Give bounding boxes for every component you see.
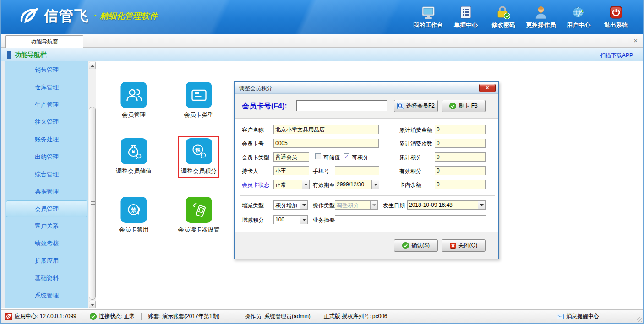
shortcut-label: 会员读卡器设置 [178, 226, 220, 234]
shortcut-card-type[interactable]: 会员卡类型 [182, 81, 216, 120]
total-points-input[interactable] [435, 152, 486, 162]
valid-until-dropdown[interactable]: 2999/12/30 [335, 180, 379, 189]
shortcut-adjust-stored-value[interactable]: ¥ 调整会员储值 [114, 137, 153, 177]
scroll-down-icon[interactable] [89, 301, 96, 308]
toolbar-change-password[interactable]: 修改密码 [485, 5, 522, 29]
op-type-label: 操作类型 [313, 202, 335, 210]
adjust-points-combo[interactable]: 100 [273, 215, 308, 224]
check-circle-icon [402, 242, 409, 249]
shortcut-label: 调整会员积分 [181, 167, 217, 175]
sidebar-item-extensions[interactable]: 扩展应用 [5, 252, 88, 270]
total-count-input[interactable] [435, 139, 486, 148]
pointable-checkbox[interactable]: ✓ [344, 153, 349, 159]
shortcut-member-management[interactable]: 会员管理 [119, 81, 149, 120]
toolbar-label: 用户中心 [567, 21, 590, 29]
status-separator [317, 313, 317, 320]
chevron-down-icon[interactable] [302, 180, 309, 189]
chevron-down-icon[interactable] [371, 180, 379, 189]
chevron-down-icon[interactable] [300, 216, 307, 224]
sidebar-item-accounting[interactable]: 账务处理 [5, 131, 88, 148]
sidebar-item-general[interactable]: 综合管理 [5, 166, 88, 183]
occur-date-dropdown[interactable]: 2018-10-09 16:48 [407, 200, 486, 210]
toolbar-label: 修改密码 [491, 21, 515, 29]
sidebar-item-contacts[interactable]: 往来管理 [5, 113, 88, 131]
customer-name-input[interactable] [273, 125, 379, 134]
card-type-label: 会员卡类型 [242, 154, 269, 162]
summary-input[interactable] [335, 215, 486, 224]
brand-logo: 信管飞 · 精细化管理软件 [18, 6, 158, 26]
dialog-title: 调整会员积分 [239, 85, 272, 92]
ban-glyph: 禁 [130, 206, 136, 213]
toolbar-document-center[interactable]: 单据中心 [447, 5, 485, 29]
toolbar-user-center[interactable]: 用户中心 [560, 5, 597, 29]
toolbar-label: 我的工作台 [414, 21, 443, 29]
license-text: 正式版 授权序列号: pc006 [324, 313, 387, 320]
brand-name: 信管飞 [44, 6, 89, 26]
balance-input[interactable] [435, 180, 486, 189]
occur-date-label: 发生日期 [383, 202, 405, 210]
dropdown-value: 2999/12/30 [335, 180, 371, 189]
confirm-button[interactable]: 确认(S) [394, 239, 438, 252]
swipe-card-button[interactable]: 刷卡 F3 [442, 100, 486, 112]
total-amount-input[interactable] [435, 125, 486, 134]
holder-input[interactable] [273, 166, 309, 175]
dialog-close-icon[interactable]: × [479, 84, 496, 92]
chevron-down-icon[interactable] [478, 201, 485, 209]
message-center-link[interactable]: 消息提醒中心 [566, 313, 599, 320]
card-type-input[interactable] [273, 152, 309, 162]
message-center[interactable]: 消息提醒中心 [557, 313, 599, 320]
sidebar-item-system[interactable]: 系统管理 [5, 287, 88, 304]
connection-text: 连接状态: 正常 [99, 313, 135, 320]
shortcut-card-reader-settings[interactable]: 会员读卡器设置 [176, 195, 222, 235]
select-member-button[interactable]: 选择会员F2 [394, 100, 438, 112]
card-number-input[interactable] [296, 100, 387, 111]
yuan-glyph: ¥ [132, 149, 135, 154]
nav-header: 功能导航栏 扫描下载APP [1, 48, 643, 61]
scrollbar-thumb[interactable] [89, 107, 96, 300]
close-button[interactable]: 关闭(Q) [442, 239, 486, 252]
phone-input[interactable] [335, 166, 379, 175]
sidebar-item-members[interactable]: 会员管理 [6, 200, 87, 217]
tab-close-icon[interactable]: × [633, 37, 638, 45]
change-password-lock-icon [496, 5, 511, 19]
toolbar-my-workbench[interactable]: 我的工作台 [409, 5, 447, 29]
adjust-type-dropdown[interactable]: 积分增加 [273, 200, 308, 210]
total-count-label: 累计消费次数 [399, 140, 432, 148]
tab-function-nav[interactable]: 功能导航窗 [5, 35, 83, 48]
button-label: 选择会员F2 [406, 102, 435, 110]
workbench-monitor-icon [421, 5, 436, 19]
shortcut-disable-card[interactable]: 禁 会员卡禁用 [117, 195, 151, 235]
exit-power-icon [609, 5, 623, 19]
app-window: 信管飞 · 精细化管理软件 我的工作台 [0, 0, 644, 324]
nav-accent-bar [7, 51, 11, 59]
dialog-lookup-section: 会员卡号(F4): 选择会员F2 刷卡 F3 [235, 94, 498, 119]
sidebar-item-invoices[interactable]: 票据管理 [5, 183, 88, 200]
user-center-globe-icon [572, 5, 585, 19]
sidebar-item-basic-data[interactable]: 基础资料 [5, 270, 88, 287]
sidebar-scrollbar[interactable] [88, 61, 96, 308]
toolbar-exit-system[interactable]: 退出系统 [597, 5, 635, 29]
shortcut-adjust-points[interactable]: 积 调整会员积分 [178, 136, 219, 178]
scroll-up-icon[interactable] [89, 62, 96, 69]
dialog-titlebar[interactable]: 调整会员积分 × [235, 82, 498, 94]
sidebar-item-sales[interactable]: 销售管理 [5, 61, 88, 79]
chevron-down-icon[interactable] [300, 201, 307, 209]
member-card-no-input[interactable] [273, 139, 379, 148]
storable-checkbox[interactable] [315, 153, 321, 159]
sidebar: 销售管理 仓库管理 生产管理 往来管理 账务处理 出纳管理 综合管理 票据管理 … [5, 61, 88, 308]
sidebar-item-warehouse[interactable]: 仓库管理 [5, 79, 88, 96]
points-glyph: 积 [195, 147, 201, 152]
sidebar-item-crm[interactable]: 客户关系 [5, 217, 88, 235]
toolbar-switch-operator[interactable]: 更换操作员 [522, 5, 560, 29]
sidebar-divider [98, 61, 98, 308]
resize-grip[interactable] [637, 317, 642, 322]
sidebar-item-production[interactable]: 生产管理 [5, 96, 88, 113]
dialog-footer: 确认(S) 关闭(Q) [235, 232, 498, 259]
combo-value: 100 [274, 216, 300, 224]
members-icon [121, 82, 147, 108]
sidebar-item-performance[interactable]: 绩效考核 [5, 235, 88, 252]
card-status-dropdown[interactable]: 正常 [273, 180, 310, 189]
sidebar-item-cashier[interactable]: 出纳管理 [5, 148, 88, 166]
valid-points-input[interactable] [435, 166, 486, 175]
download-app-link[interactable]: 扫描下载APP [600, 52, 633, 59]
